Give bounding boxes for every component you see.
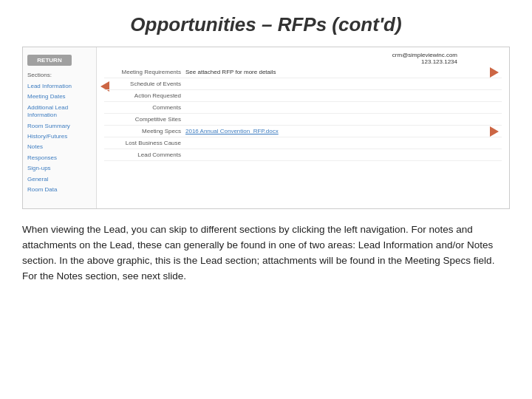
nav-item-meeting-dates[interactable]: Meeting Dates	[27, 92, 96, 102]
nav-item-sign-ups[interactable]: Sign-ups	[27, 163, 96, 174]
nav-item-responses[interactable]: Responses	[27, 153, 96, 163]
return-button[interactable]: RETURN	[27, 55, 72, 66]
field-label-action: Action Requested	[104, 92, 185, 99]
nav-item-general[interactable]: General	[27, 174, 96, 185]
sections-label: Sections:	[27, 72, 96, 78]
field-meeting-specs: Meeting Specs 2016 Annual Convention_RFP…	[104, 126, 502, 137]
field-label-meeting-requirements: Meeting Requirements	[104, 69, 185, 75]
field-label-meeting-specs: Meeting Specs	[104, 128, 185, 134]
field-label-competitive: Competitive Sites	[104, 116, 185, 123]
field-lost-business: Lost Business Cause	[104, 137, 502, 149]
nav-item-room-data[interactable]: Room Data	[27, 185, 96, 195]
nav-item-additional-lead-information[interactable]: Additional Lead Information	[27, 103, 96, 121]
nav-item-notes[interactable]: Notes	[27, 142, 96, 152]
page-title: Opportunities – RFPs (cont'd)	[22, 13, 510, 36]
form-content: crm@simpleviewinc.com 123.123.1234 Meeti…	[97, 47, 509, 208]
field-value-meeting-requirements: See attached RFP for more details	[185, 69, 502, 75]
field-competitive-sites: Competitive Sites	[104, 114, 502, 126]
field-comments: Comments	[104, 102, 502, 114]
field-lead-comments: Lead Comments	[104, 149, 502, 161]
field-meeting-requirements: Meeting Requirements See attached RFP fo…	[104, 66, 502, 78]
content-screenshot: RETURN Sections: Lead Information Meetin…	[22, 47, 510, 209]
contact-info: crm@simpleviewinc.com 123.123.1234	[104, 52, 502, 65]
phone-number: 123.123.1234	[104, 58, 457, 65]
field-label-lead-comments: Lead Comments	[104, 151, 185, 158]
field-schedule-of-events: Schedule of Events	[104, 78, 502, 90]
field-value-meeting-specs[interactable]: 2016 Annual Convention_RFP.docx	[185, 128, 502, 134]
arrow-right-icon-meeting-req	[490, 67, 499, 78]
left-navigation: RETURN Sections: Lead Information Meetin…	[23, 47, 97, 208]
email-address: crm@simpleviewinc.com	[104, 52, 457, 58]
field-label-comments: Comments	[104, 104, 185, 111]
nav-item-lead-information[interactable]: Lead Information	[27, 81, 96, 92]
field-label-lost-business: Lost Business Cause	[104, 140, 185, 146]
field-label-schedule: Schedule of Events	[104, 81, 185, 87]
nav-item-history-futures[interactable]: History/Futures	[27, 132, 96, 142]
body-description: When viewing the Lead, you can skip to d…	[22, 222, 510, 284]
nav-item-room-summary[interactable]: Room Summary	[27, 121, 96, 132]
arrow-right-icon-meeting-specs	[490, 126, 499, 137]
field-action-requested: Action Requested	[104, 90, 502, 102]
